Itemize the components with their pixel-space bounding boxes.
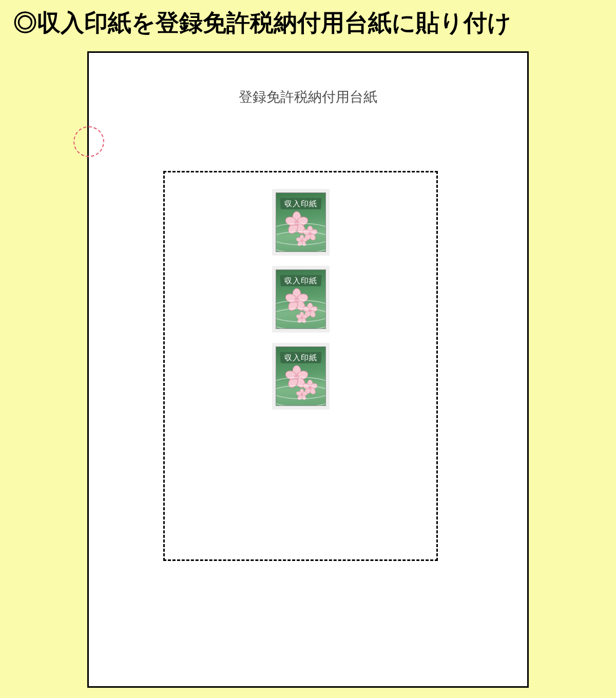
revenue-stamp: 収入印紙	[272, 343, 330, 410]
paper-header: 登録免許税納付用台紙	[89, 88, 527, 106]
stamp-face: 収入印紙	[276, 346, 326, 406]
stamp-label: 収入印紙	[280, 275, 322, 286]
revenue-stamp: 収入印紙	[272, 266, 330, 333]
stamp-label: 収入印紙	[280, 198, 322, 209]
stamp-column: 収入印紙	[272, 189, 330, 410]
binding-notch	[73, 126, 104, 157]
stamp-face: 収入印紙	[276, 269, 326, 329]
page-title: ◎収入印紙を登録免許税納付用台紙に貼り付け	[0, 0, 616, 39]
stamp-face: 収入印紙	[276, 192, 326, 252]
document-paper: 登録免許税納付用台紙 収入印紙	[87, 51, 529, 688]
paste-area: 収入印紙	[163, 171, 438, 561]
wave-decoration	[276, 385, 326, 406]
wave-decoration	[276, 231, 326, 252]
wave-decoration	[276, 308, 326, 329]
stamp-label: 収入印紙	[280, 352, 322, 363]
revenue-stamp: 収入印紙	[272, 189, 330, 256]
